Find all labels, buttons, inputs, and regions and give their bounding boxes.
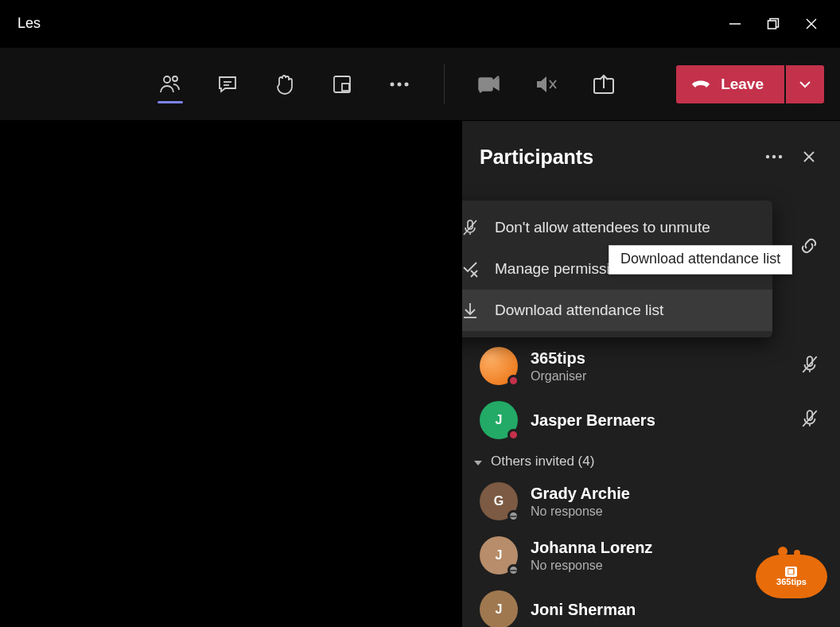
panel-header: Participants xyxy=(462,121,840,188)
mute-button[interactable] xyxy=(527,60,566,108)
leave-group: Leave xyxy=(676,65,824,103)
share-link-button[interactable] xyxy=(795,232,822,259)
participant-info: 365tips Organiser xyxy=(531,349,788,384)
leave-button[interactable]: Leave xyxy=(676,65,784,103)
mic-muted-icon xyxy=(800,355,822,377)
panel-more-button[interactable] xyxy=(760,143,788,170)
chat-button[interactable] xyxy=(208,60,247,108)
maximize-button[interactable] xyxy=(754,8,792,40)
section-others-invited[interactable]: Others invited (4) xyxy=(469,447,834,474)
svg-point-20 xyxy=(779,155,782,158)
download-icon xyxy=(462,300,480,321)
presence-busy-icon xyxy=(508,375,519,387)
svg-point-19 xyxy=(772,155,776,158)
participant-name: Joni Sherman xyxy=(531,601,822,619)
video-stage xyxy=(0,121,462,627)
raise-hand-button[interactable] xyxy=(266,60,304,108)
panel-close-button[interactable] xyxy=(795,143,822,170)
svg-point-10 xyxy=(391,82,395,86)
participant-role: Organiser xyxy=(531,369,788,384)
participant-info: Joni Sherman xyxy=(531,601,822,619)
call-toolbar: Leave xyxy=(0,48,840,121)
participant-name: Grady Archie xyxy=(531,485,822,503)
share-button[interactable] xyxy=(585,60,623,108)
avatar: G xyxy=(480,482,518,520)
participant-row[interactable]: 365tips Organiser xyxy=(469,339,834,393)
svg-marker-33 xyxy=(474,461,482,465)
leave-options-button[interactable] xyxy=(786,65,824,103)
hangup-icon xyxy=(690,75,711,93)
tooltip: Download attendance list xyxy=(609,245,792,275)
leave-label: Leave xyxy=(721,76,764,93)
menu-label: Don't allow attendees to unmute xyxy=(495,219,710,236)
menu-item-download-attendance[interactable]: Download attendance list xyxy=(462,290,772,331)
svg-rect-9 xyxy=(342,84,349,91)
section-label: Others invited (4) xyxy=(491,454,594,469)
participants-button[interactable] xyxy=(151,60,189,108)
svg-point-4 xyxy=(164,76,170,83)
presence-unknown-icon xyxy=(508,510,519,522)
minimize-button[interactable] xyxy=(716,8,754,40)
participant-name: Jasper Bernaers xyxy=(531,411,788,430)
avatar: J xyxy=(480,590,518,627)
camera-button[interactable] xyxy=(470,60,508,108)
close-button[interactable] xyxy=(792,8,830,40)
avatar: J xyxy=(480,401,518,439)
avatar xyxy=(480,347,518,385)
avatar: J xyxy=(480,536,518,574)
presence-busy-icon xyxy=(508,429,519,441)
main-area: Participants xyxy=(0,121,840,627)
presence-unknown-icon xyxy=(508,564,519,576)
participant-role: No response xyxy=(531,504,822,519)
panel-title: Participants xyxy=(480,146,752,169)
participant-row[interactable]: G Grady Archie No response xyxy=(469,474,834,528)
titlebar: Les xyxy=(0,0,840,48)
menu-item-block-unmute[interactable]: Don't allow attendees to unmute xyxy=(462,207,772,248)
mic-off-icon xyxy=(462,217,480,238)
permissions-icon xyxy=(462,259,480,279)
mic-muted-icon xyxy=(800,409,822,431)
watermark-text: 365tips xyxy=(776,577,807,586)
participant-info: Grady Archie No response xyxy=(531,485,822,519)
chevron-down-icon xyxy=(473,456,484,467)
svg-point-12 xyxy=(405,82,409,86)
svg-point-18 xyxy=(766,155,769,158)
toolbar-divider xyxy=(444,64,445,104)
svg-point-5 xyxy=(173,76,177,81)
svg-point-11 xyxy=(398,82,402,86)
participant-name: 365tips xyxy=(531,349,788,368)
rooms-button[interactable] xyxy=(323,60,361,108)
watermark-logo: ❐ 365tips xyxy=(756,555,827,598)
more-actions-button[interactable] xyxy=(380,60,418,108)
window-title: Les xyxy=(18,15,41,32)
participant-info: Jasper Bernaers xyxy=(531,411,788,430)
participant-row[interactable]: J Jasper Bernaers xyxy=(469,393,834,447)
menu-label: Download attendance list xyxy=(495,302,663,319)
svg-rect-1 xyxy=(768,21,776,29)
